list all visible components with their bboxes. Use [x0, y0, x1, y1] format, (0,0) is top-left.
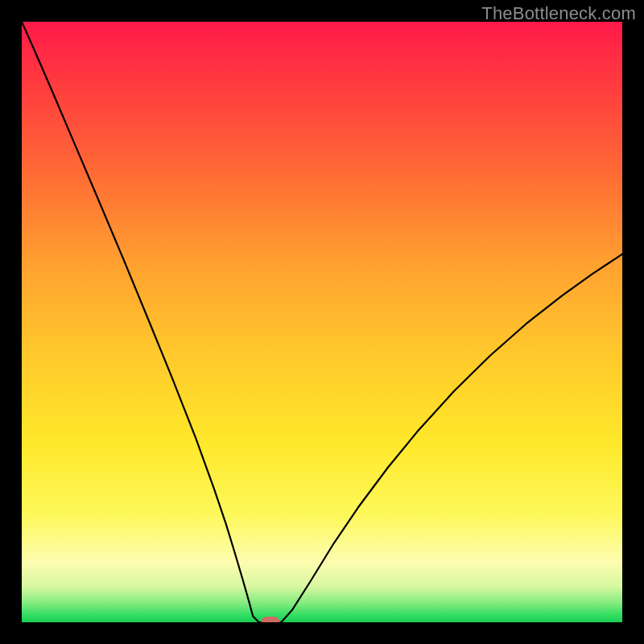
plot-area [22, 22, 622, 622]
chart-frame: TheBottleneck.com [0, 0, 644, 644]
background-gradient [22, 22, 622, 622]
